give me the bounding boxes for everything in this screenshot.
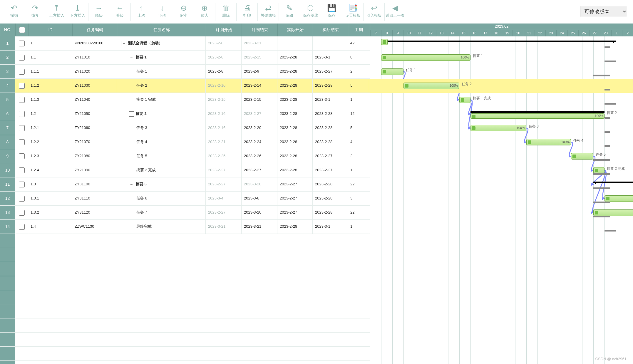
cell-plan-start[interactable]: 2023-2-25	[206, 149, 242, 163]
cell-act-start[interactable]: 2023-2-28	[277, 121, 313, 135]
tb-print[interactable]: 🖨 打印	[236, 3, 257, 21]
cell-plan-end[interactable]: 2023-2-27	[242, 107, 277, 121]
cell-plan-end[interactable]: 2023-3-20	[242, 206, 277, 219]
gantt-bar[interactable]	[571, 153, 593, 160]
gantt-bar[interactable]	[604, 195, 633, 202]
cell-id[interactable]: 1.1.3	[28, 93, 72, 107]
col-plan-start[interactable]: 计划开始	[206, 24, 242, 36]
cell-code[interactable]: ZY11020	[72, 65, 117, 78]
cell-duration[interactable]: 5	[348, 121, 369, 135]
cell-act-start[interactable]: 2023-2-27	[277, 206, 313, 219]
cell-name[interactable]: 摘要 2 完成	[117, 163, 206, 177]
cell-act-end[interactable]	[313, 36, 348, 50]
row-checkbox[interactable]	[15, 79, 28, 93]
row-checkbox[interactable]	[15, 135, 28, 149]
gantt-bar[interactable]	[459, 97, 470, 103]
cell-plan-start[interactable]: 2023-2-8	[206, 65, 242, 78]
row-checkbox[interactable]	[15, 177, 28, 191]
cell-plan-end[interactable]: 2023-2-15	[242, 93, 277, 107]
table-row[interactable]: 4 1.1.2 ZY11030 任务 2 2023-2-10 2023-2-14…	[0, 79, 370, 93]
row-checkbox[interactable]	[15, 220, 28, 234]
tb-ins-above[interactable]: ⤒ 上方插入	[46, 3, 67, 21]
cell-id[interactable]: 1.2	[28, 107, 72, 121]
cell-act-end[interactable]: 2023-2-28	[313, 177, 348, 191]
expand-icon[interactable]: −	[121, 41, 126, 46]
cell-act-start[interactable]: 2023-2-28	[277, 163, 313, 177]
cell-act-end[interactable]: 2023-3-1	[313, 93, 348, 107]
row-checkbox[interactable]	[15, 93, 28, 107]
cell-act-start[interactable]: 2023-2-28	[277, 135, 313, 149]
cell-duration[interactable]: 3	[348, 192, 369, 205]
row-checkbox[interactable]	[15, 36, 28, 50]
tb-indent[interactable]: ← 升级	[109, 3, 130, 21]
cell-duration[interactable]: 2	[348, 65, 369, 78]
cell-name[interactable]: − 测试全流程（勿动）	[117, 36, 206, 50]
cell-act-end[interactable]: 2023-2-28	[313, 107, 348, 121]
cell-name[interactable]: 任务 2	[117, 79, 206, 93]
cell-id[interactable]: 1.1	[28, 51, 72, 64]
table-row[interactable]: 3 1.1.1 ZY11020 任务 1 2023-2-8 2023-2-9 2…	[0, 65, 370, 79]
version-select[interactable]: 可修改版本	[580, 6, 627, 17]
table-row[interactable]: 14 1.4 ZZWC1130 最终完成 2023-3-21 2023-3-21…	[0, 220, 370, 234]
cell-plan-end[interactable]: 2023-3-6	[242, 192, 277, 205]
row-checkbox[interactable]	[15, 65, 28, 78]
tb-save[interactable]: 💾 保存	[321, 3, 342, 21]
cell-plan-end[interactable]: 2023-2-15	[242, 51, 277, 64]
gantt-bar[interactable]	[593, 209, 633, 216]
cell-duration[interactable]: 4	[348, 135, 369, 149]
cell-plan-start[interactable]: 2023-2-15	[206, 93, 242, 107]
cell-plan-end[interactable]: 2023-2-24	[242, 135, 277, 149]
gantt-bar[interactable]: 100%	[470, 125, 526, 131]
gantt-row[interactable]	[370, 192, 633, 206]
cell-plan-start[interactable]: 2023-2-8	[206, 36, 242, 50]
cell-code[interactable]: ZY31100	[72, 177, 117, 191]
tb-ins-below[interactable]: ⤓ 下方插入	[67, 3, 88, 21]
table-row[interactable]: 2 1.1 ZY11010 − 摘要 1 2023-2-8 2023-2-15 …	[0, 51, 370, 65]
cell-act-end[interactable]: 2023-2-28	[313, 121, 348, 135]
gantt-body[interactable]: 100%摘要 1任务 1100%任务 2摘要 1 完成100%摘要 2100%任…	[370, 36, 633, 364]
cell-act-end[interactable]: 2023-2-28	[313, 192, 348, 205]
cell-code[interactable]: ZY11040	[72, 93, 117, 107]
cell-code[interactable]: ZY21070	[72, 135, 117, 149]
gantt-bar[interactable]	[593, 167, 604, 174]
gantt-row[interactable]	[370, 36, 633, 51]
cell-id[interactable]: 1.1.2	[28, 79, 72, 93]
gantt-summary-bar[interactable]	[381, 41, 616, 42]
cell-plan-end[interactable]: 2023-2-9	[242, 65, 277, 78]
table-row[interactable]: 11 1.3 ZY31100 − 摘要 3 2023-2-27 2023-3-2…	[0, 177, 370, 192]
cell-plan-end[interactable]: 2023-2-26	[242, 149, 277, 163]
gantt-summary-bar[interactable]	[470, 111, 604, 113]
cell-plan-start[interactable]: 2023-2-16	[206, 107, 242, 121]
cell-act-end[interactable]: 2023-2-28	[313, 135, 348, 149]
col-act-end[interactable]: 实际结束	[313, 24, 348, 36]
row-checkbox[interactable]	[15, 206, 28, 219]
cell-duration[interactable]: 22	[348, 206, 369, 219]
cell-act-start[interactable]	[277, 36, 313, 50]
gantt-bar[interactable]: 100%	[381, 54, 470, 61]
cell-name[interactable]: 任务 3	[117, 121, 206, 135]
row-checkbox[interactable]	[15, 121, 28, 135]
col-checkbox[interactable]	[15, 24, 28, 36]
cell-plan-start[interactable]: 2023-2-27	[206, 177, 242, 191]
cell-duration[interactable]: 8	[348, 51, 369, 64]
cell-act-end[interactable]: 2023-2-27	[313, 65, 348, 78]
cell-plan-end[interactable]: 2023-3-21	[242, 220, 277, 234]
cell-act-start[interactable]: 2023-2-28	[277, 93, 313, 107]
cell-id[interactable]: 1.2.1	[28, 121, 72, 135]
cell-name[interactable]: 任务 6	[117, 192, 206, 205]
tb-baseline[interactable]: ⬡ 保存基线	[300, 3, 321, 21]
gantt-row[interactable]	[370, 93, 633, 107]
cell-act-start[interactable]: 2023-2-28	[277, 79, 313, 93]
cell-plan-start[interactable]: 2023-2-27	[206, 206, 242, 219]
table-row[interactable]: 9 1.2.3 ZY21080 任务 5 2023-2-25 2023-2-26…	[0, 149, 370, 163]
cell-duration[interactable]: 1	[348, 93, 369, 107]
tb-critical[interactable]: ⇄ 关键路径	[257, 3, 279, 21]
cell-duration[interactable]: 5	[348, 79, 369, 93]
cell-name[interactable]: 摘要 1 完成	[117, 93, 206, 107]
cell-act-end[interactable]: 2023-2-28	[313, 206, 348, 219]
cell-code[interactable]: ZY21080	[72, 149, 117, 163]
row-checkbox[interactable]	[15, 149, 28, 163]
gantt-row[interactable]	[370, 220, 633, 234]
cell-plan-end[interactable]: 2023-3-21	[242, 36, 277, 50]
cell-id[interactable]: 1.3.2	[28, 206, 72, 219]
